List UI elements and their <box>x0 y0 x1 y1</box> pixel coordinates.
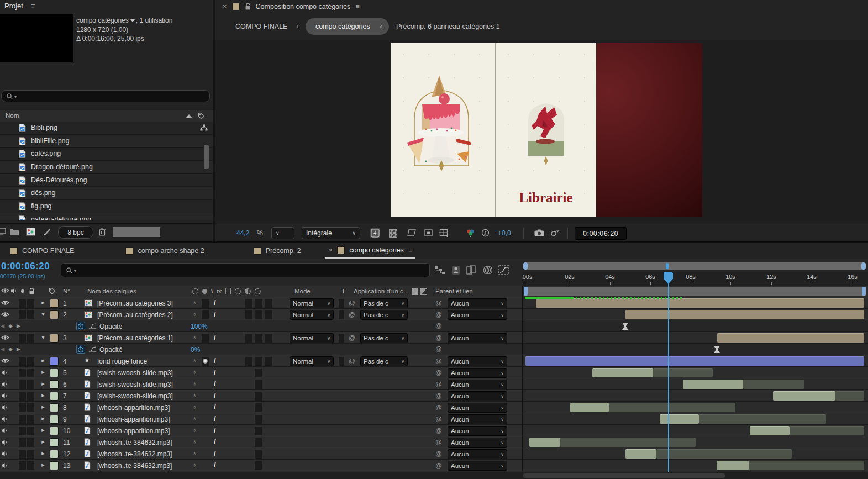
label-column-icon[interactable] <box>49 288 56 295</box>
tag-column-icon[interactable] <box>198 113 205 120</box>
parent-pickwhip-icon[interactable]: @ <box>435 369 442 376</box>
solo-box[interactable] <box>18 333 27 343</box>
layer-bar[interactable] <box>749 461 864 470</box>
layer-bar[interactable] <box>625 310 864 319</box>
property-row[interactable]: ◀◆▶ Opacité 100% @ <box>0 320 868 332</box>
layer-row[interactable]: ▾ 2 ★ [Précom..au catégories 2] ♁ / Norm… <box>0 309 868 320</box>
audio-box[interactable] <box>254 368 262 378</box>
zoom-dropdown[interactable]: ∨ <box>271 227 294 239</box>
collapse-icon[interactable] <box>202 289 207 294</box>
expand-arrow[interactable]: ▾ <box>39 334 47 341</box>
layer-row[interactable]: ▸ 12 ★ [whoosh..te-384632.mp3] ♁ / ∨ @ ∨… <box>0 448 868 460</box>
switch-box[interactable] <box>201 298 209 308</box>
viewer-timecode[interactable]: 0:00:06:20 <box>575 227 627 240</box>
solo-box[interactable] <box>18 449 27 459</box>
layer-bar[interactable] <box>717 333 864 343</box>
bpc-button[interactable]: 8 bpc <box>58 226 93 239</box>
expand-arrow[interactable]: ▸ <box>39 450 47 457</box>
quality-switch[interactable]: / <box>214 414 216 423</box>
composition-viewer[interactable]: Librairie <box>215 40 868 224</box>
parent-dropdown[interactable]: Aucun∨ <box>448 449 507 459</box>
tab-close-icon[interactable]: × <box>223 2 227 10</box>
mask-toggle-icon[interactable] <box>407 229 416 236</box>
sort-ascending-icon[interactable] <box>186 114 192 118</box>
layer-track[interactable] <box>523 355 868 367</box>
frame-blending-icon[interactable] <box>466 265 476 275</box>
adjustment-layer-icon[interactable] <box>245 288 251 294</box>
property-value[interactable]: 100% <box>191 323 208 330</box>
work-area-bar[interactable] <box>524 287 866 296</box>
layer-bar[interactable] <box>660 414 699 424</box>
timeline-tab[interactable]: × compo catégories ≡ <box>325 243 416 259</box>
project-tab[interactable]: Projet <box>4 2 23 10</box>
label-swatch[interactable] <box>50 369 59 377</box>
lock-box[interactable] <box>27 310 35 320</box>
expand-arrow[interactable]: ▸ <box>39 380 47 387</box>
panel-list-icon[interactable] <box>0 228 7 235</box>
timeline-horizontal-scrollbar[interactable] <box>523 473 725 478</box>
shy-layers-icon[interactable] <box>451 265 460 275</box>
layer-row[interactable]: ▸ 6 ★ [swish-swoosh-slide.mp3] ♁ / ∨ @ ∨… <box>0 378 868 390</box>
layer-bar[interactable] <box>536 298 864 308</box>
layer-track[interactable] <box>523 390 868 402</box>
matte-pickwhip-icon[interactable]: @ <box>349 311 355 318</box>
lock-box[interactable] <box>27 333 35 343</box>
t-box[interactable] <box>338 333 345 343</box>
speaker-icon[interactable] <box>1 462 8 469</box>
speaker-icon[interactable] <box>1 393 8 399</box>
property-value[interactable]: 0% <box>191 346 200 354</box>
switch-boxes[interactable] <box>245 298 273 308</box>
anchor-switch-icon[interactable]: ♁ <box>192 415 197 422</box>
anchor-switch-icon[interactable]: ♁ <box>192 450 197 456</box>
label-swatch[interactable] <box>50 438 59 447</box>
layer-bar[interactable] <box>609 403 735 412</box>
snapshot-camera-icon[interactable] <box>534 229 544 236</box>
panel-menu-icon[interactable]: ≡ <box>31 2 35 10</box>
stopwatch-icon[interactable] <box>76 345 85 354</box>
anchor-switch-icon[interactable]: ♁ <box>192 357 197 364</box>
composition-tab[interactable]: × Composition compo catégories ≡ <box>223 2 360 10</box>
quality-switch[interactable]: / <box>214 449 216 457</box>
solo-box[interactable] <box>18 403 27 413</box>
audio-box[interactable] <box>254 391 262 401</box>
parent-dropdown[interactable]: Aucun∨ <box>448 368 507 378</box>
anchor-switch-icon[interactable]: ♁ <box>192 334 197 340</box>
lock-box[interactable] <box>27 298 35 308</box>
layer-bar[interactable] <box>656 449 792 459</box>
video-column-eye-icon[interactable] <box>1 288 9 293</box>
parent-pickwhip-icon[interactable]: @ <box>435 404 442 410</box>
property-row[interactable]: ◀◆▶ Opacité 0% @ <box>0 344 868 355</box>
audio-box[interactable] <box>254 414 262 424</box>
exposure-value[interactable]: +0,0 <box>498 229 511 237</box>
quality-switch[interactable]: / <box>214 438 216 446</box>
t-box[interactable] <box>338 356 345 366</box>
timeline-tab[interactable]: × compo arche shape 2 ≡ <box>122 243 207 259</box>
mode-dropdown[interactable]: Normal∨ <box>290 298 334 308</box>
layer-track[interactable] <box>523 332 868 344</box>
label-swatch[interactable] <box>50 334 59 343</box>
layer-row[interactable]: ▸ 4 ★ fond rouge foncé ♁ / Normal∨ @ Pas… <box>0 355 868 367</box>
expand-arrow[interactable]: ▸ <box>39 369 47 376</box>
anchor-switch-icon[interactable]: ♁ <box>192 380 197 387</box>
label-swatch[interactable] <box>50 392 59 401</box>
layer-bar[interactable] <box>525 356 864 366</box>
stopwatch-icon[interactable] <box>76 322 85 330</box>
threed-layer-icon[interactable] <box>255 288 261 294</box>
tab-close-icon[interactable]: × <box>329 246 333 254</box>
layer-track[interactable] <box>523 460 868 471</box>
property-track[interactable] <box>523 320 868 332</box>
lock-box[interactable] <box>27 414 35 424</box>
layer-row[interactable]: ▸ 8 ★ [whoosh-apparition.mp3] ♁ / ∨ @ ∨ … <box>0 402 868 413</box>
switch-boxes[interactable] <box>245 356 273 366</box>
speaker-icon[interactable] <box>1 381 8 387</box>
prev-keyframe-icon[interactable]: ◀ <box>1 323 4 329</box>
audio-box[interactable] <box>254 438 262 448</box>
search-chevron-icon[interactable]: ▾ <box>74 269 76 273</box>
layer-bar[interactable] <box>790 426 864 435</box>
expand-arrow[interactable]: ▸ <box>39 392 47 399</box>
parent-dropdown[interactable]: Aucun∨ <box>448 461 507 471</box>
layer-track[interactable] <box>523 436 868 448</box>
anchor-switch-icon[interactable]: ♁ <box>192 427 197 433</box>
resolution-dropdown[interactable]: Intégrale∨ <box>302 227 360 239</box>
label-swatch[interactable] <box>50 461 59 470</box>
